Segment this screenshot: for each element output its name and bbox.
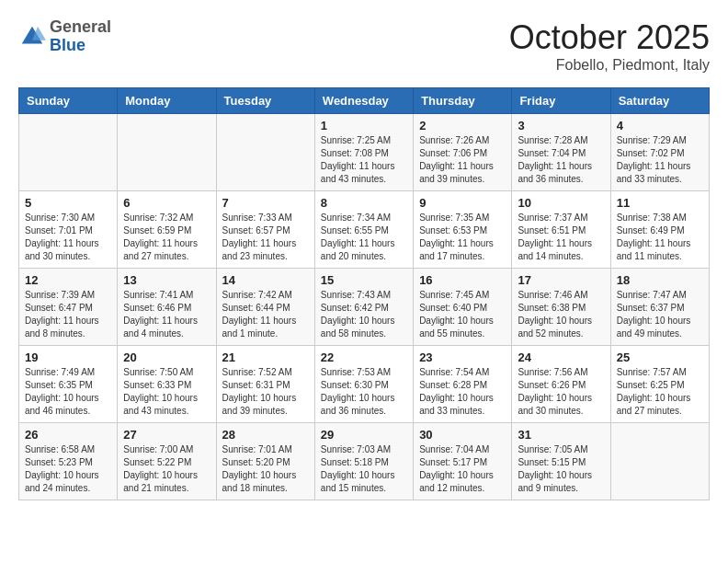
calendar-cell: 11Sunrise: 7:38 AMSunset: 6:49 PMDayligh… [610, 191, 709, 269]
calendar-cell: 17Sunrise: 7:46 AMSunset: 6:38 PMDayligh… [512, 269, 610, 346]
day-number: 17 [518, 273, 604, 287]
calendar-cell: 29Sunrise: 7:03 AMSunset: 5:18 PMDayligh… [314, 423, 413, 500]
calendar-cell: 22Sunrise: 7:53 AMSunset: 6:30 PMDayligh… [314, 346, 413, 423]
day-info: Sunrise: 7:41 AMSunset: 6:46 PMDaylight:… [123, 289, 210, 340]
calendar-week-row: 12Sunrise: 7:39 AMSunset: 6:47 PMDayligh… [19, 269, 710, 346]
calendar-cell: 1Sunrise: 7:25 AMSunset: 7:08 PMDaylight… [314, 114, 413, 191]
day-info: Sunrise: 7:33 AMSunset: 6:57 PMDaylight:… [222, 212, 309, 263]
calendar-cell: 13Sunrise: 7:41 AMSunset: 6:46 PMDayligh… [118, 269, 216, 346]
calendar-cell: 27Sunrise: 7:00 AMSunset: 5:22 PMDayligh… [118, 423, 216, 500]
day-info: Sunrise: 7:32 AMSunset: 6:59 PMDaylight:… [123, 212, 210, 263]
day-info: Sunrise: 7:01 AMSunset: 5:20 PMDaylight:… [222, 443, 309, 495]
calendar-cell: 2Sunrise: 7:26 AMSunset: 7:06 PMDaylight… [414, 114, 512, 191]
day-info: Sunrise: 7:25 AMSunset: 7:08 PMDaylight:… [321, 134, 407, 186]
day-info: Sunrise: 7:57 AMSunset: 6:25 PMDaylight:… [617, 366, 703, 418]
calendar-cell: 8Sunrise: 7:34 AMSunset: 6:55 PMDaylight… [314, 191, 413, 269]
title-section: October 2025 Fobello, Piedmont, Italy [509, 18, 710, 74]
calendar-week-row: 19Sunrise: 7:49 AMSunset: 6:35 PMDayligh… [19, 346, 710, 423]
calendar-cell: 30Sunrise: 7:04 AMSunset: 5:17 PMDayligh… [414, 423, 512, 500]
day-info: Sunrise: 7:26 AMSunset: 7:06 PMDaylight:… [419, 134, 506, 186]
logo-blue-text: Blue [50, 37, 111, 55]
calendar-cell: 25Sunrise: 7:57 AMSunset: 6:25 PMDayligh… [610, 346, 709, 423]
day-number: 24 [518, 350, 604, 364]
day-number: 30 [419, 428, 506, 442]
day-info: Sunrise: 7:28 AMSunset: 7:04 PMDaylight:… [518, 134, 604, 186]
day-number: 9 [419, 196, 506, 210]
day-number: 19 [25, 350, 111, 364]
day-info: Sunrise: 7:30 AMSunset: 7:01 PMDaylight:… [25, 212, 111, 263]
calendar-cell [610, 423, 709, 500]
day-number: 31 [518, 428, 604, 442]
day-info: Sunrise: 7:35 AMSunset: 6:53 PMDaylight:… [419, 212, 506, 263]
day-number: 13 [123, 273, 210, 287]
calendar-cell: 28Sunrise: 7:01 AMSunset: 5:20 PMDayligh… [216, 423, 314, 500]
calendar-week-row: 26Sunrise: 6:58 AMSunset: 5:23 PMDayligh… [19, 423, 710, 500]
calendar-week-row: 1Sunrise: 7:25 AMSunset: 7:08 PMDaylight… [19, 114, 710, 191]
day-info: Sunrise: 7:39 AMSunset: 6:47 PMDaylight:… [25, 289, 111, 340]
day-info: Sunrise: 6:58 AMSunset: 5:23 PMDaylight:… [25, 443, 111, 495]
day-info: Sunrise: 7:37 AMSunset: 6:51 PMDaylight:… [518, 212, 604, 263]
calendar-cell: 4Sunrise: 7:29 AMSunset: 7:02 PMDaylight… [610, 114, 709, 191]
calendar-cell: 24Sunrise: 7:56 AMSunset: 6:26 PMDayligh… [512, 346, 610, 423]
day-number: 7 [222, 196, 309, 210]
day-number: 18 [617, 273, 703, 287]
day-number: 20 [123, 350, 210, 364]
calendar-cell: 23Sunrise: 7:54 AMSunset: 6:28 PMDayligh… [414, 346, 512, 423]
logo-general-text: General [50, 18, 111, 37]
calendar-cell: 26Sunrise: 6:58 AMSunset: 5:23 PMDayligh… [19, 423, 118, 500]
day-number: 25 [617, 350, 703, 364]
calendar-day-header: Sunday [19, 88, 118, 114]
logo-text: General Blue [50, 18, 111, 55]
day-number: 26 [25, 428, 111, 442]
page-container: General Blue October 2025 Fobello, Piedm… [0, 0, 728, 510]
day-number: 22 [321, 350, 407, 364]
day-info: Sunrise: 7:05 AMSunset: 5:15 PMDaylight:… [518, 443, 604, 495]
calendar-cell: 19Sunrise: 7:49 AMSunset: 6:35 PMDayligh… [19, 346, 118, 423]
calendar-cell: 21Sunrise: 7:52 AMSunset: 6:31 PMDayligh… [216, 346, 314, 423]
day-number: 5 [25, 196, 111, 210]
calendar-cell: 31Sunrise: 7:05 AMSunset: 5:15 PMDayligh… [512, 423, 610, 500]
calendar-day-header: Friday [512, 88, 610, 114]
day-number: 8 [321, 196, 407, 210]
day-number: 4 [617, 119, 703, 132]
day-info: Sunrise: 7:52 AMSunset: 6:31 PMDaylight:… [222, 366, 309, 418]
day-number: 11 [617, 196, 703, 210]
calendar-cell: 14Sunrise: 7:42 AMSunset: 6:44 PMDayligh… [216, 269, 314, 346]
day-number: 15 [321, 273, 407, 287]
header: General Blue October 2025 Fobello, Piedm… [18, 18, 710, 74]
calendar-cell [118, 114, 216, 191]
day-number: 21 [222, 350, 309, 364]
day-info: Sunrise: 7:46 AMSunset: 6:38 PMDaylight:… [518, 289, 604, 340]
month-title: October 2025 [509, 18, 710, 57]
day-info: Sunrise: 7:50 AMSunset: 6:33 PMDaylight:… [123, 366, 210, 418]
calendar-cell [216, 114, 314, 191]
day-info: Sunrise: 7:45 AMSunset: 6:40 PMDaylight:… [419, 289, 506, 340]
calendar-cell: 16Sunrise: 7:45 AMSunset: 6:40 PMDayligh… [414, 269, 512, 346]
calendar-cell: 10Sunrise: 7:37 AMSunset: 6:51 PMDayligh… [512, 191, 610, 269]
day-number: 1 [321, 119, 407, 132]
calendar-cell: 3Sunrise: 7:28 AMSunset: 7:04 PMDaylight… [512, 114, 610, 191]
day-number: 6 [123, 196, 210, 210]
logo: General Blue [18, 18, 111, 55]
calendar-table: SundayMondayTuesdayWednesdayThursdayFrid… [18, 87, 710, 500]
calendar-cell: 7Sunrise: 7:33 AMSunset: 6:57 PMDaylight… [216, 191, 314, 269]
calendar-week-row: 5Sunrise: 7:30 AMSunset: 7:01 PMDaylight… [19, 191, 710, 269]
day-info: Sunrise: 7:54 AMSunset: 6:28 PMDaylight:… [419, 366, 506, 418]
day-number: 3 [518, 119, 604, 132]
day-number: 27 [123, 428, 210, 442]
calendar-cell: 15Sunrise: 7:43 AMSunset: 6:42 PMDayligh… [314, 269, 413, 346]
day-info: Sunrise: 7:42 AMSunset: 6:44 PMDaylight:… [222, 289, 309, 340]
day-info: Sunrise: 7:38 AMSunset: 6:49 PMDaylight:… [617, 212, 703, 263]
day-info: Sunrise: 7:56 AMSunset: 6:26 PMDaylight:… [518, 366, 604, 418]
day-number: 23 [419, 350, 506, 364]
day-info: Sunrise: 7:43 AMSunset: 6:42 PMDaylight:… [321, 289, 407, 340]
calendar-cell [19, 114, 118, 191]
day-info: Sunrise: 7:04 AMSunset: 5:17 PMDaylight:… [419, 443, 506, 495]
calendar-cell: 20Sunrise: 7:50 AMSunset: 6:33 PMDayligh… [118, 346, 216, 423]
calendar-cell: 9Sunrise: 7:35 AMSunset: 6:53 PMDaylight… [414, 191, 512, 269]
calendar-cell: 5Sunrise: 7:30 AMSunset: 7:01 PMDaylight… [19, 191, 118, 269]
day-info: Sunrise: 7:29 AMSunset: 7:02 PMDaylight:… [617, 134, 703, 186]
day-info: Sunrise: 7:49 AMSunset: 6:35 PMDaylight:… [25, 366, 111, 418]
day-number: 10 [518, 196, 604, 210]
day-number: 16 [419, 273, 506, 287]
